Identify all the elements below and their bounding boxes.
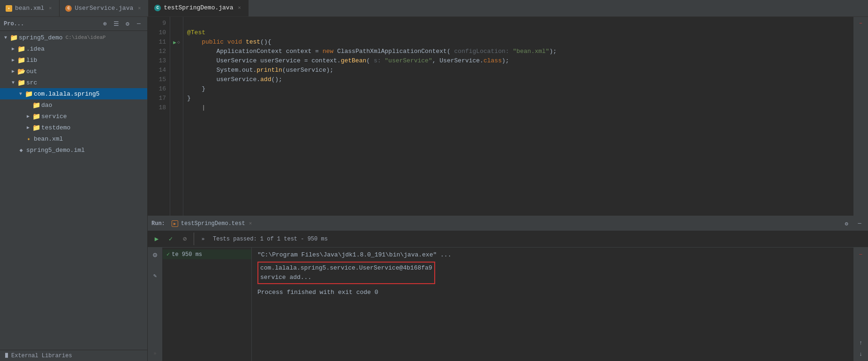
- iml-icon: ◆: [17, 147, 25, 154]
- console-output[interactable]: "C:\Program Files\Java\jdk1.8.0_191\bin\…: [252, 248, 853, 361]
- testdemo-folder-icon: 📁: [32, 124, 40, 132]
- run-gutter-icon[interactable]: ▶: [173, 39, 176, 45]
- tree-root-label: spring5_demo: [19, 34, 63, 41]
- tree-root-path: C:\idea\ideaP: [66, 35, 106, 40]
- project-tree: ▼ 📁 spring5_demo C:\idea\ideaP ▶ 📁 .idea…: [0, 31, 147, 350]
- sidebar-add-icon[interactable]: ⊕: [100, 19, 110, 29]
- sidebar-title: Pro...: [4, 21, 98, 27]
- run-check-btn[interactable]: ✓: [165, 233, 177, 245]
- run-config-label: testSpringDemo.test: [181, 220, 245, 227]
- output-left-btn1[interactable]: ⊙: [150, 249, 161, 261]
- xml-icon: ✦: [6, 5, 12, 12]
- package-folder-icon: 📁: [24, 90, 33, 98]
- tree-item-dao[interactable]: ▶ 📁 dao: [0, 99, 147, 111]
- tree-arrow-pkg: ▼: [17, 91, 24, 97]
- tree-arrow-idea: ▶: [9, 46, 17, 52]
- run-minimize-btn[interactable]: —: [855, 219, 864, 228]
- tree-item-testdemo[interactable]: ▶ 📁 testdemo: [0, 122, 147, 133]
- sidebar-gear-icon[interactable]: ⚙: [123, 19, 132, 29]
- run-config-tab[interactable]: ▶ testSpringDemo.test ×: [169, 217, 255, 231]
- tree-arrow-testdemo: ▶: [24, 125, 32, 130]
- expand-btn[interactable]: »: [150, 348, 161, 359]
- tree-iml-label: spring5_demo.iml: [26, 147, 85, 154]
- tree-idea-label: .idea: [26, 45, 45, 53]
- run-rerun-btn[interactable]: »: [197, 233, 209, 245]
- tree-item-package[interactable]: ▼ 📁 com.lalala.spring5: [0, 88, 147, 99]
- external-libraries[interactable]: ▐▌ External Libraries: [0, 350, 147, 361]
- tab-bean-xml[interactable]: ✦ bean.xml ×: [0, 0, 60, 16]
- gutter-bookmark-icon: ◇: [177, 39, 180, 45]
- run-tab-label: Run:: [151, 220, 165, 227]
- tree-item-out[interactable]: ▶ 📂 out: [0, 66, 147, 77]
- src-folder-icon: 📁: [17, 79, 25, 87]
- tree-bean-xml-label: bean.xml: [34, 135, 63, 143]
- code-line-17: }: [183, 94, 853, 103]
- code-line-15: userService.add();: [183, 75, 853, 84]
- tab-test-spring-label: testSpringDemo.java: [164, 4, 233, 11]
- code-line-18: [183, 103, 853, 113]
- tree-item-service[interactable]: ▶ 📁 service: [0, 111, 147, 122]
- run-panel: Run: ▶ testSpringDemo.test × ⚙ — ▶ ✓ ⊘: [148, 216, 868, 361]
- tree-item-bean-xml[interactable]: ▶ ✦ bean.xml: [0, 133, 147, 144]
- sidebar-minimize-icon[interactable]: —: [134, 19, 143, 29]
- code-line-10: @Test: [183, 28, 853, 38]
- test-results-list: ✓ te 950 ms: [163, 248, 252, 361]
- console-finish-line: Process finished with exit code 0: [257, 288, 847, 297]
- run-tab-close[interactable]: ×: [249, 221, 252, 226]
- tree-arrow-out: ▶: [9, 68, 17, 74]
- code-content[interactable]: @Test public void test(){ ApplicationCon…: [183, 17, 853, 216]
- output-left-strip: ⊙ ✎ »: [148, 248, 163, 361]
- test-pass-icon: ✓: [166, 251, 170, 258]
- sidebar-layout-icon[interactable]: ☰: [112, 19, 121, 29]
- console-scrollbar: — ↑ ↓: [853, 248, 868, 361]
- tree-item-iml[interactable]: ▶ ◆ spring5_demo.iml: [0, 144, 147, 156]
- run-tab-bar: Run: ▶ testSpringDemo.test × ⚙ —: [148, 217, 868, 231]
- test-name-label: te 950 ms: [172, 251, 202, 258]
- output-left-btn2[interactable]: ✎: [150, 270, 161, 281]
- run-settings-btn[interactable]: ⚙: [842, 219, 851, 228]
- tree-testdemo-label: testdemo: [41, 124, 70, 131]
- java-orange-icon: C: [65, 5, 72, 12]
- tree-item-lib[interactable]: ▶ 📁 lib: [0, 54, 147, 66]
- console-error-indicator[interactable]: —: [856, 249, 866, 259]
- ext-lib-bar-icon: ▐▌: [4, 353, 9, 358]
- project-folder-icon: 📁: [9, 34, 18, 42]
- tab-bar: ✦ bean.xml × C UserService.java × C test…: [0, 0, 868, 17]
- console-scroll-up[interactable]: ↑: [856, 338, 866, 348]
- tab-test-spring-close[interactable]: ×: [236, 5, 242, 11]
- tab-user-service[interactable]: C UserService.java ×: [60, 0, 149, 16]
- tree-lib-label: lib: [26, 57, 37, 64]
- idea-folder-icon: 📁: [17, 45, 25, 53]
- editor-scrollbar[interactable]: –: [853, 17, 868, 216]
- tab-user-service-label: UserService.java: [75, 5, 133, 12]
- editor-panel: ✓ 9 10 11 12 13 14 15 16 17 18: [148, 17, 868, 361]
- code-gutter: ▶ ◇: [170, 17, 183, 216]
- tree-out-label: out: [26, 68, 37, 75]
- output-area: ⊙ ✎ » ✓ te 950 ms: [148, 248, 868, 361]
- bean-xml-icon: ✦: [24, 135, 33, 143]
- lib-folder-icon: 📁: [17, 56, 25, 64]
- run-config-icon: ▶: [172, 220, 178, 227]
- tab-user-service-close[interactable]: ×: [136, 5, 143, 12]
- tab-bean-xml-close[interactable]: ×: [47, 5, 53, 12]
- error-indicator[interactable]: –: [856, 19, 866, 28]
- java-teal-icon: C: [154, 5, 161, 11]
- tree-item-root[interactable]: ▼ 📁 spring5_demo C:\idea\ideaP: [0, 32, 147, 43]
- run-play-btn[interactable]: ▶: [151, 233, 163, 245]
- code-line-12: ApplicationContext context = new ClassPa…: [183, 47, 853, 56]
- dao-folder-icon: 📁: [32, 101, 40, 109]
- console-output-line2: service add...: [260, 273, 432, 282]
- test-result-item[interactable]: ✓ te 950 ms: [163, 249, 251, 259]
- run-stop-btn[interactable]: ⊘: [179, 233, 191, 245]
- tree-item-idea[interactable]: ▶ 📁 .idea: [0, 43, 147, 54]
- sidebar-header: Pro... ⊕ ☰ ⚙ —: [0, 17, 147, 31]
- tree-item-src[interactable]: ▼ 📁 src: [0, 77, 147, 88]
- tree-arrow-src: ▼: [9, 80, 17, 85]
- out-folder-icon: 📂: [17, 68, 25, 75]
- console-output-line1: com.lalala.spring5.service.UserService@4…: [260, 263, 432, 273]
- code-area: 9 10 11 12 13 14 15 16 17 18: [148, 17, 868, 216]
- console-highlighted-output: com.lalala.spring5.service.UserService@4…: [257, 262, 847, 285]
- tab-test-spring[interactable]: C testSpringDemo.java ×: [149, 0, 249, 16]
- console-scroll-down[interactable]: ↓: [856, 350, 866, 359]
- run-toolbar: ▶ ✓ ⊘ » Tests passed: 1 of 1 test - 950 …: [148, 231, 868, 248]
